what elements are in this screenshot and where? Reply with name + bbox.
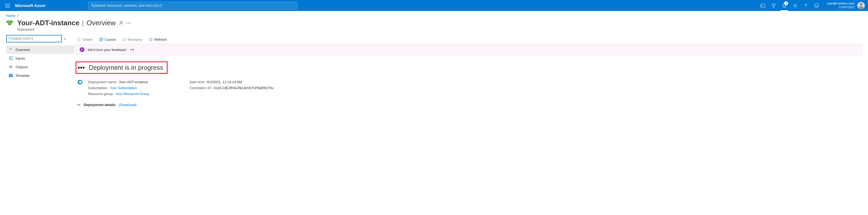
svg-rect-26: [9, 75, 11, 76]
feedback-rocket-icon: [80, 47, 85, 52]
sidebar-item-inputs[interactable]: Inputs: [6, 54, 74, 62]
breadcrumb: Home >: [6, 14, 862, 18]
title-row: Your-ADT-instance | Overview: [6, 19, 862, 27]
pin-button[interactable]: [119, 21, 123, 25]
digital-twins-icon: [77, 79, 83, 85]
svg-point-3: [806, 7, 806, 7]
svg-rect-25: [9, 75, 12, 75]
menu-toggle-button[interactable]: [2, 0, 13, 11]
feedback-text: We'd love your feedback!: [88, 48, 127, 52]
svg-point-0: [91, 4, 94, 6]
search-icon: [8, 37, 11, 40]
more-button[interactable]: [126, 23, 130, 24]
pin-icon: [119, 21, 123, 25]
smile-icon: [814, 3, 819, 8]
svg-point-5: [816, 5, 816, 5]
help-icon: [804, 3, 808, 8]
svg-marker-22: [10, 49, 11, 50]
outputs-icon: [8, 65, 13, 69]
breadcrumb-home[interactable]: Home: [6, 14, 15, 18]
filter-icon: [772, 3, 776, 8]
start-time-value: 6/2/2021, 11:24:14 AM: [207, 79, 242, 85]
sidebar-search-input[interactable]: [11, 37, 60, 41]
svg-marker-21: [11, 48, 12, 49]
directory-filter-button[interactable]: [768, 0, 779, 11]
refresh-button[interactable]: Refresh: [149, 37, 167, 42]
page-subtitle: Deployment: [17, 28, 862, 31]
svg-rect-1: [761, 4, 765, 7]
sidebar-search[interactable]: [6, 35, 61, 42]
resource-group-link[interactable]: Your-Resource-Group: [115, 92, 149, 96]
sidebar-item-overview[interactable]: Overview: [6, 45, 74, 54]
sidebar-item-template[interactable]: Template: [6, 71, 74, 80]
cloud-shell-button[interactable]: [757, 0, 768, 11]
sidebar-item-label: Outputs: [16, 65, 28, 69]
svg-point-18: [130, 23, 130, 23]
more-icon: [126, 23, 130, 24]
inputs-icon: [8, 56, 13, 60]
page-title: Your-ADT-instance: [17, 19, 79, 27]
cancel-button[interactable]: Cancel: [99, 37, 116, 42]
main-panel: Delete Cancel Redeploy Refresh: [75, 35, 862, 107]
redeploy-icon: [122, 37, 126, 42]
sidebar-collapse-button[interactable]: «: [64, 37, 66, 41]
resource-type-icon: [6, 19, 14, 27]
sidebar: « Overview Inputs Outputs: [6, 35, 75, 107]
svg-marker-20: [9, 48, 11, 49]
toolbar: Delete Cancel Redeploy Refresh: [75, 35, 862, 44]
svg-point-19: [8, 37, 10, 39]
redeploy-button[interactable]: Redeploy: [122, 37, 142, 42]
trash-icon: [77, 37, 81, 42]
breadcrumb-sep: >: [17, 14, 19, 18]
account-block[interactable]: user@contoso.com CONTOSO: [822, 2, 856, 9]
feedback-button[interactable]: [811, 0, 822, 11]
svg-point-6: [817, 5, 817, 5]
topbar: Microsoft Azure 1: [0, 0, 868, 11]
delete-button[interactable]: Delete: [77, 37, 93, 42]
global-search: [88, 2, 297, 10]
cloud-shell-icon: [761, 4, 765, 7]
page-body: Home >: [0, 11, 868, 107]
help-button[interactable]: [801, 0, 811, 11]
avatar[interactable]: [857, 2, 865, 9]
page-section: Overview: [87, 19, 116, 27]
deployment-status-text: Deployment is in progress: [89, 64, 163, 72]
account-directory: CONTOSO: [827, 6, 855, 9]
settings-button[interactable]: [790, 0, 801, 11]
chevron-down-icon: [77, 104, 81, 106]
search-icon: [91, 4, 95, 7]
svg-point-2: [794, 5, 796, 6]
topbar-icons: 1 user@contoso.com CONTOSO: [757, 0, 866, 11]
svg-point-17: [128, 23, 129, 23]
global-search-input[interactable]: [95, 3, 294, 7]
subscription-link[interactable]: Your-Subscription: [110, 86, 137, 90]
brand-label: Microsoft Azure: [15, 3, 45, 8]
deployment-status: Deployment is in progress: [75, 61, 167, 74]
template-icon: [8, 73, 13, 78]
global-search-box[interactable]: [88, 2, 297, 10]
correlation-id-value: A1bC2dE3fH4iJ5kL6mN7oP8qR9sT0u: [214, 85, 274, 91]
account-email: user@contoso.com: [827, 2, 855, 6]
cubes-icon: [8, 48, 13, 52]
refresh-icon: [149, 37, 153, 42]
progress-icon: [78, 67, 85, 69]
gear-icon: [793, 3, 798, 8]
sidebar-item-label: Overview: [16, 48, 30, 52]
svg-point-29: [79, 81, 81, 83]
svg-point-16: [127, 23, 127, 23]
cancel-icon: [99, 37, 103, 42]
notifications-badge: 1: [784, 1, 788, 5]
hamburger-icon: [5, 4, 10, 7]
deployment-details-toggle[interactable]: Deployment details (Download): [75, 103, 862, 107]
sidebar-item-label: Inputs: [16, 56, 25, 60]
notifications-button[interactable]: 1: [779, 0, 790, 11]
deployment-name-value: Your-ADT-instance: [119, 79, 148, 85]
sidebar-item-label: Template: [16, 74, 30, 78]
svg-point-4: [815, 3, 819, 7]
feedback-bar[interactable]: We'd love your feedback!: [75, 44, 862, 55]
download-link[interactable]: (Download): [119, 103, 136, 107]
sidebar-item-outputs[interactable]: Outputs: [6, 62, 74, 71]
arrow-right-icon: [130, 48, 134, 51]
deployment-details: Deployment name:Your-ADT-instance Subscr…: [75, 79, 862, 97]
